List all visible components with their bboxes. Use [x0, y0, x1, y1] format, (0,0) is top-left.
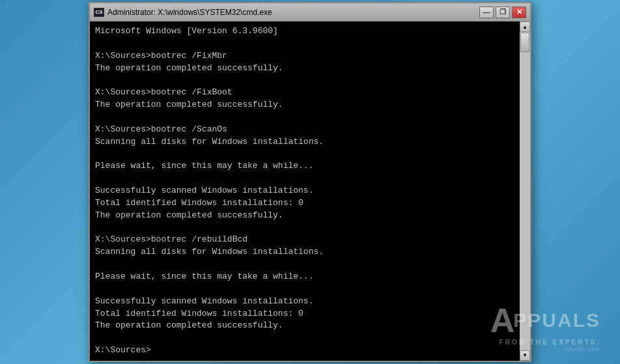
- brand-name-rest: PPUALS: [513, 311, 600, 330]
- brand-tagline: FROM THE EXPERTS.: [500, 339, 600, 346]
- minimize-button[interactable]: —: [479, 7, 494, 18]
- brand-a-letter: A: [490, 303, 514, 337]
- restore-button[interactable]: ❐: [496, 7, 510, 18]
- scrollbar-thumb[interactable]: [520, 33, 529, 52]
- brand-watermark: A PPUALS FROM THE EXPERTS. wsxdn.com: [490, 303, 600, 352]
- window-controls: — ❐ ✕: [479, 7, 526, 18]
- cmd-window: CS Administrator: X:\windows\SYSTEM32\cm…: [89, 2, 531, 362]
- page-wrapper: CS Administrator: X:\windows\SYSTEM32\cm…: [0, 0, 620, 364]
- terminal-content: Microsoft Windows [Version 6.3.9600] X:\…: [95, 25, 517, 357]
- terminal-body: Microsoft Windows [Version 6.3.9600] X:\…: [90, 21, 530, 361]
- scroll-up-button[interactable]: ▲: [520, 21, 530, 32]
- window-title: Administrator: X:\windows\SYSTEM32\cmd.e…: [107, 8, 272, 17]
- brand-logo: A PPUALS: [490, 303, 600, 337]
- titlebar-left: CS Administrator: X:\windows\SYSTEM32\cm…: [94, 8, 272, 17]
- cmd-titlebar: CS Administrator: X:\windows\SYSTEM32\cm…: [90, 3, 530, 21]
- scrollbar-track: [520, 32, 530, 350]
- brand-url: wsxdn.com: [565, 346, 600, 352]
- close-button[interactable]: ✕: [512, 7, 526, 18]
- cmd-app-icon: CS: [94, 8, 104, 17]
- terminal-area: Microsoft Windows [Version 6.3.9600] X:\…: [90, 21, 530, 361]
